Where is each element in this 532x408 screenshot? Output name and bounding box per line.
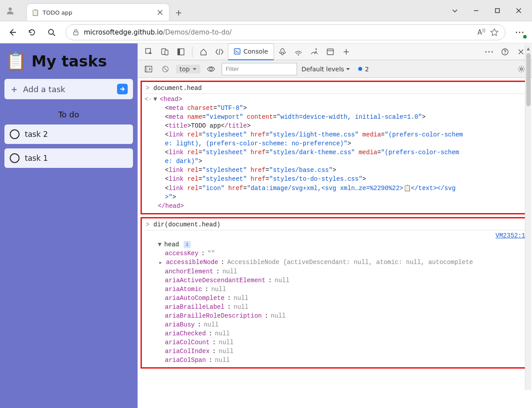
page-title: My tasks	[31, 52, 107, 70]
devtools-help-icon[interactable]	[497, 45, 512, 58]
site-info-icon[interactable]	[72, 29, 79, 36]
log-levels-selector[interactable]: Default levels	[301, 66, 350, 73]
object-property[interactable]: ariaActiveDescendantElement: null	[145, 276, 525, 285]
dom-node-line[interactable]: <link rel="stylesheet" href="styles/base…	[145, 166, 525, 175]
application-tab-icon[interactable]	[323, 45, 338, 58]
dom-node-line[interactable]: e: light), (prefers-color-scheme: no-pre…	[145, 139, 525, 148]
object-property[interactable]: ▸accessibleNode: AccessibleNode {activeD…	[145, 258, 525, 267]
dom-node-line[interactable]: <title>TODO app</title>	[145, 121, 525, 130]
devtools-more-icon[interactable]	[481, 45, 497, 58]
dom-node-line[interactable]: >">	[145, 193, 525, 202]
object-property[interactable]: ariaBrailleLabel: null	[145, 303, 525, 311]
caret-down-icon[interactable]	[444, 3, 466, 19]
network-tab-icon[interactable]	[291, 45, 306, 58]
prompt-in-icon: >	[145, 85, 151, 92]
console-input-line: document.head	[153, 85, 202, 92]
task-checkbox[interactable]	[10, 153, 20, 163]
object-property[interactable]: ariaColSpan: null	[145, 356, 525, 365]
console-output[interactable]: > document.head <· ▼ <head> <meta charse…	[138, 78, 532, 408]
filter-input[interactable]	[222, 63, 297, 75]
object-property[interactable]: accessKey: ""	[145, 249, 525, 258]
search-button[interactable]	[43, 23, 60, 41]
object-property[interactable]: ariaAtomic: null	[145, 285, 525, 294]
welcome-tab-icon[interactable]	[196, 45, 211, 58]
object-property[interactable]: ariaColCount: null	[145, 338, 525, 347]
clipboard-icon: 📋	[5, 51, 26, 71]
issues-dot-icon	[358, 67, 362, 71]
svg-point-23	[210, 68, 212, 70]
refresh-button[interactable]	[23, 23, 41, 41]
object-property[interactable]: ariaChecked: null	[145, 329, 525, 338]
back-button[interactable]	[4, 23, 21, 41]
menu-button[interactable]	[511, 23, 528, 41]
scroll-up-icon[interactable]: ▴	[525, 44, 531, 52]
svg-point-17	[492, 51, 493, 52]
clear-console-icon[interactable]	[159, 63, 172, 75]
read-aloud-icon[interactable]: A))	[477, 28, 485, 36]
task-checkbox[interactable]	[10, 129, 20, 139]
profile-button[interactable]	[0, 0, 20, 21]
object-label[interactable]: head	[164, 241, 179, 248]
issues-badge[interactable]: 2	[358, 66, 369, 73]
tab-close-button[interactable]	[156, 8, 164, 17]
submit-task-button[interactable]	[117, 84, 128, 94]
browser-tab[interactable]: 📋 TODO app	[27, 4, 169, 21]
dom-node-line[interactable]: <link rel="stylesheet" href="styles/dark…	[145, 148, 525, 157]
live-expression-icon[interactable]	[205, 63, 217, 75]
svg-rect-1	[496, 9, 500, 13]
dom-node-line[interactable]: <meta charset="UTF-8">	[145, 104, 525, 113]
head-close-tag: </head>	[158, 202, 184, 210]
window-titlebar: 📋 TODO app	[0, 0, 532, 21]
favorite-icon[interactable]	[490, 28, 499, 37]
elements-tab-icon[interactable]	[212, 45, 227, 58]
dock-side-icon[interactable]	[173, 45, 188, 58]
highlight-box-1: > document.head <· ▼ <head> <meta charse…	[141, 81, 529, 214]
object-property[interactable]: ariaAutoComplete: null	[145, 294, 525, 303]
dom-node-line[interactable]: <link rel="icon" href="data:image/svg+xm…	[145, 183, 525, 193]
performance-tab-icon[interactable]	[307, 45, 322, 58]
info-badge-icon[interactable]: i	[184, 241, 191, 248]
dom-node-line[interactable]: e: dark)">	[145, 157, 525, 166]
context-selector[interactable]: top	[176, 65, 200, 74]
task-item[interactable]: task 2	[4, 124, 133, 144]
new-tab-button[interactable]	[171, 5, 187, 21]
vm-source-link[interactable]: VM2352:1	[496, 232, 525, 239]
object-property[interactable]: ariaBusy: null	[145, 320, 525, 329]
dom-node-line[interactable]: <link rel="stylesheet" href="styles/to-d…	[145, 175, 525, 183]
svg-rect-9	[165, 50, 168, 55]
expand-caret-icon[interactable]: ▼	[153, 96, 157, 103]
console-tab[interactable]: Console	[228, 43, 274, 60]
page-viewport: 📋 My tasks ＋ Add a task To do task 2task…	[0, 43, 137, 408]
object-property[interactable]: anchorElement: null	[145, 267, 525, 276]
object-property[interactable]: ariaBrailleRoleDescription: null	[145, 311, 525, 320]
svg-point-4	[516, 31, 517, 33]
tab-title: TODO app	[43, 9, 152, 16]
address-bar[interactable]: microsoftedge.github.io/Demos/demo-to-do…	[66, 24, 505, 40]
task-label: task 2	[25, 130, 48, 139]
svg-rect-14	[327, 49, 333, 54]
console-tab-label: Console	[243, 48, 268, 55]
add-task-input[interactable]: ＋ Add a task	[4, 79, 133, 99]
dom-node-line[interactable]: <meta name="viewport" content="width=dev…	[145, 113, 525, 121]
head-open-tag[interactable]: <head>	[160, 96, 182, 103]
inspect-element-icon[interactable]	[141, 45, 156, 58]
scroll-thumb[interactable]	[526, 53, 531, 106]
object-property[interactable]: ariaColIndex: null	[145, 347, 525, 356]
devtools-panel: Console top Default levels	[137, 43, 532, 408]
expand-caret-icon[interactable]: ▼	[158, 241, 161, 248]
task-item[interactable]: task 1	[4, 148, 133, 168]
svg-point-24	[520, 68, 523, 70]
minimize-button[interactable]	[466, 3, 487, 19]
svg-point-16	[489, 51, 490, 52]
nav-bar: microsoftedge.github.io/Demos/demo-to-do…	[0, 21, 532, 43]
expand-caret-icon[interactable]: ▸	[159, 259, 162, 266]
plus-icon: ＋	[10, 83, 19, 95]
dom-node-line[interactable]: <link rel="stylesheet" href="styles/ligh…	[145, 130, 525, 139]
device-emulation-icon[interactable]	[157, 45, 172, 58]
add-tab-icon[interactable]	[339, 45, 354, 58]
sources-tab-icon[interactable]	[275, 45, 290, 58]
close-window-button[interactable]	[508, 3, 529, 19]
scrollbar[interactable]: ▴	[525, 44, 531, 390]
maximize-button[interactable]	[487, 3, 508, 19]
toggle-sidebar-icon[interactable]	[142, 63, 155, 75]
